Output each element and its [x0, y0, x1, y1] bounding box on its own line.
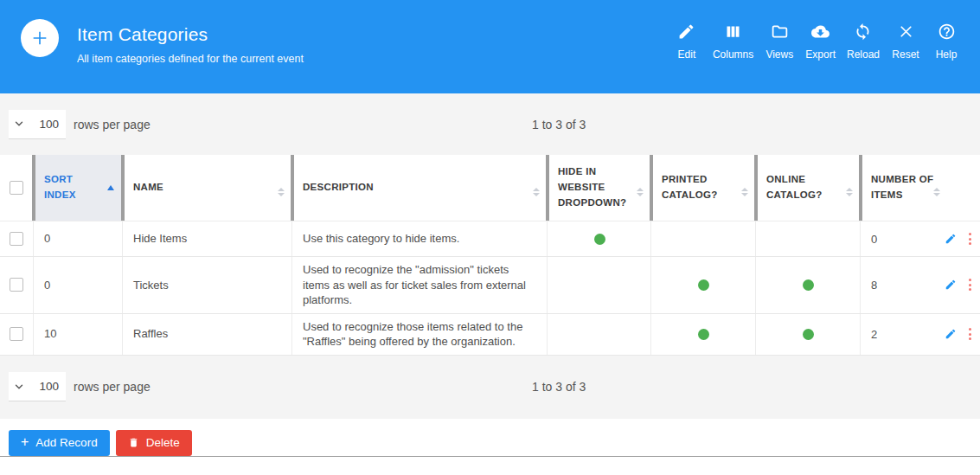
header-titles: Item Categories All item categories defi… — [77, 24, 304, 65]
pencil-icon — [945, 279, 957, 291]
table-header-row: SORT INDEX NAME DESCRIPTION HIDE IN WEBS… — [0, 155, 980, 221]
plus-icon — [30, 29, 49, 48]
table-body: 0 Hide Items Use this category to hide i… — [0, 221, 980, 356]
sort-both-icon — [637, 188, 644, 196]
pencil-icon — [677, 22, 695, 41]
page-title: Item Categories — [77, 24, 304, 45]
add-record-button[interactable]: + Add Record — [9, 430, 110, 456]
page-subtitle: All item categories defined for the curr… — [77, 53, 304, 65]
pencil-icon — [945, 233, 957, 245]
green-dot-icon — [803, 329, 814, 340]
sort-both-icon — [741, 188, 748, 196]
reset-label: Reset — [892, 48, 919, 61]
green-dot-icon — [803, 279, 814, 291]
pagination-bar-bottom: 100 rows per page 1 to 3 of 3 — [0, 356, 980, 419]
column-header-sort-index[interactable]: SORT INDEX — [35, 155, 121, 221]
number-of-items-value: 0 — [871, 233, 877, 246]
item-categories-table: SORT INDEX NAME DESCRIPTION HIDE IN WEBS… — [0, 155, 980, 356]
range-info: 1 to 3 of 3 — [532, 118, 586, 132]
sort-asc-icon — [107, 185, 114, 190]
row-menu-button[interactable] — [967, 326, 973, 342]
cell-number-of-items: 0 — [862, 221, 980, 256]
pencil-icon — [945, 328, 957, 340]
cell-online-catalog — [758, 314, 859, 355]
header-toolbar: Edit Columns Views Export Reload Reset — [672, 22, 961, 61]
sort-both-icon — [278, 188, 285, 196]
reset-button[interactable]: Reset — [891, 22, 920, 61]
select-all-checkbox[interactable] — [10, 181, 23, 195]
add-circle-button[interactable] — [21, 19, 59, 57]
row-edit-button[interactable] — [945, 279, 957, 291]
cell-printed-catalog — [653, 221, 754, 256]
cell-name: Raffles — [125, 314, 291, 355]
folder-icon — [771, 22, 789, 41]
sort-both-icon — [933, 188, 940, 196]
edit-label: Edit — [678, 48, 696, 61]
column-header-hide-in-website-dropdown[interactable]: HIDE IN WEBSITE DROPDOWN? — [549, 155, 650, 221]
rows-per-page-value: 100 — [25, 380, 66, 393]
rows-per-page-select[interactable]: 100 — [9, 372, 66, 401]
cell-description: Used to recognize those items related to… — [294, 314, 546, 355]
header-checkbox-cell — [0, 155, 32, 221]
column-header-online-catalog[interactable]: ONLINE CATALOG? — [758, 155, 859, 221]
table-footer: + Add Record Delete — [0, 419, 980, 475]
row-checkbox-cell — [0, 257, 32, 313]
reload-label: Reload — [847, 48, 880, 61]
edit-button[interactable]: Edit — [672, 22, 701, 61]
cell-number-of-items: 8 — [862, 257, 980, 313]
column-header-name[interactable]: NAME — [125, 155, 291, 221]
export-label: Export — [805, 48, 836, 61]
help-button[interactable]: Help — [932, 22, 961, 61]
row-checkbox[interactable] — [10, 327, 23, 341]
table-row: 10 Raffles Used to recognize those items… — [0, 314, 980, 356]
column-header-number-of-items[interactable]: NUMBER OF ITEMS — [862, 155, 980, 221]
cell-name: Hide Items — [125, 221, 291, 256]
column-header-description[interactable]: DESCRIPTION — [294, 155, 546, 221]
row-checkbox[interactable] — [10, 278, 23, 292]
row-checkbox[interactable] — [10, 232, 23, 246]
row-edit-button[interactable] — [945, 328, 957, 340]
row-actions — [945, 326, 973, 342]
table-row: 0 Tickets Used to recognize the "admissi… — [0, 257, 980, 314]
column-header-printed-catalog[interactable]: PRINTED CATALOG? — [653, 155, 754, 221]
delete-button[interactable]: Delete — [116, 430, 192, 456]
footer-buttons: + Add Record Delete — [9, 430, 192, 456]
row-menu-button[interactable] — [967, 277, 973, 292]
plus-icon: + — [21, 434, 29, 450]
sort-both-icon — [533, 188, 540, 196]
cell-number-of-items: 2 — [862, 314, 980, 355]
help-label: Help — [936, 48, 958, 61]
views-label: Views — [765, 48, 793, 61]
page-header: Item Categories All item categories defi… — [0, 0, 980, 93]
help-circle-icon — [938, 22, 956, 41]
pagination-bar-top: 100 rows per page 1 to 3 of 3 — [0, 93, 980, 155]
views-button[interactable]: Views — [765, 22, 794, 61]
row-edit-button[interactable] — [945, 233, 957, 245]
close-icon — [897, 22, 915, 41]
row-actions — [945, 277, 973, 292]
columns-button[interactable]: Columns — [713, 22, 753, 61]
rows-per-page-select[interactable]: 100 — [9, 110, 66, 139]
rows-per-page-label: rows per page — [74, 118, 151, 132]
cell-hide-in-website-dropdown — [549, 257, 650, 313]
row-actions — [945, 231, 973, 247]
cloud-download-icon — [811, 22, 829, 41]
number-of-items-value: 2 — [871, 328, 877, 341]
cell-sort-index: 0 — [35, 221, 121, 256]
row-menu-button[interactable] — [967, 231, 973, 247]
chevron-down-icon — [13, 118, 25, 130]
row-checkbox-cell — [0, 221, 32, 256]
footer-divider — [0, 456, 980, 457]
columns-icon — [724, 22, 742, 41]
reload-button[interactable]: Reload — [847, 22, 880, 61]
export-button[interactable]: Export — [805, 22, 836, 61]
cell-sort-index: 0 — [35, 257, 121, 313]
range-info: 1 to 3 of 3 — [532, 380, 586, 394]
cell-description: Used to recognize the "admission" ticket… — [294, 257, 546, 313]
cell-printed-catalog — [653, 257, 754, 313]
cell-name: Tickets — [125, 257, 291, 313]
sort-both-icon — [846, 188, 853, 196]
green-dot-icon — [698, 329, 709, 340]
cell-online-catalog — [758, 221, 859, 256]
row-checkbox-cell — [0, 314, 32, 355]
